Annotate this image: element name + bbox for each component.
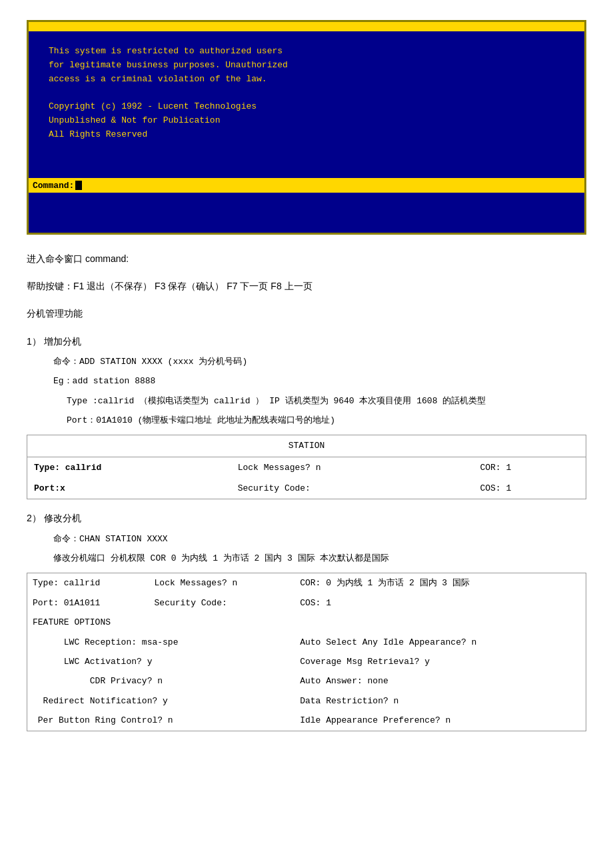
section2-number-title: 2） 修改分机 (27, 510, 586, 527)
section1-number-title: 1） 增加分机 (27, 333, 586, 350)
terminal-line-1: This system is restricted to authorized … (49, 45, 564, 59)
feature-row-per-button: Per Button Ring Control? n Idle Appearan… (27, 711, 586, 731)
intro-text: 进入命令窗口 command: (27, 251, 586, 267)
terminal-line-7: All Rights Reserved (49, 128, 564, 142)
station-table-header: STATION (27, 435, 586, 457)
terminal-line-5: Copyright (c) 1992 - Lucent Technologies (49, 100, 564, 114)
section1-cmd1: 命令：ADD STATION XXXX (xxxx 为分机号码) (27, 354, 586, 369)
terminal-body: This system is restricted to authorized … (29, 31, 584, 178)
section2: 2） 修改分机 命令：CHAN STATION XXXX 修改分机端口 分机权限… (27, 510, 586, 731)
section2-note: 修改分机端口 分机权限 COR 0 为内线 1 为市话 2 国内 3 国际 本次… (27, 551, 586, 566)
feature-row-lwc-reception: LWC Reception: msa-spe Auto Select Any I… (27, 633, 586, 652)
terminal-top-bar (29, 22, 584, 31)
feature-auto-answer: Auto Answer: none (295, 671, 586, 691)
feature-options-header-row: FEATURE OPTIONS (27, 613, 586, 632)
terminal-text: This system is restricted to authorized … (49, 45, 564, 142)
station-row-2: Port:x Security Code: COS: 1 (27, 478, 586, 499)
station-cor-cell: COR: 1 (473, 457, 586, 478)
feature-row-1: Type: callrid Lock Messages? n COR: 0 为内… (27, 573, 586, 593)
feature-cos: COS: 1 (295, 593, 586, 613)
feature-security: Security Code: (149, 593, 295, 613)
feature-redirect-label: Redirect Notification? y (27, 691, 295, 711)
section2-title: 修改分机 (44, 513, 81, 523)
station-table: STATION Type: callrid Lock Messages? n C… (27, 435, 586, 499)
feature-lwc-activation-label: LWC Activation? y (27, 652, 295, 671)
feature-row-lwc-activation: LWC Activation? y Coverage Msg Retrieval… (27, 652, 586, 671)
feature-cdr-privacy-label: CDR Privacy? n (27, 671, 295, 691)
feature-title-section: 分机管理功能 (27, 305, 586, 322)
feature-title: 分机管理功能 (27, 305, 586, 322)
terminal-cursor (75, 181, 82, 190)
station-table-header-row: STATION (27, 435, 586, 457)
feature-lock: Lock Messages? n (149, 573, 295, 593)
terminal-bottom (29, 193, 584, 233)
help-keys-section: 帮助按键：F1 退出（不保存） F3 保存（确认） F7 下一页 F8 上一页 (27, 278, 586, 295)
terminal-line-3: access is a criminal violation of the la… (49, 73, 564, 87)
terminal-line-6: Unpublished & Not for Publication (49, 114, 564, 128)
feature-table: Type: callrid Lock Messages? n COR: 0 为内… (27, 573, 586, 731)
station-type-cell: Type: callrid (27, 457, 231, 478)
feature-auto-select: Auto Select Any Idle Appearance? n (295, 633, 586, 652)
feature-data-restriction: Data Restriction? n (295, 691, 586, 711)
feature-row-2: Port: 01A1011 Security Code: COS: 1 (27, 593, 586, 613)
feature-cor: COR: 0 为内线 1 为市话 2 国内 3 国际 (295, 573, 586, 593)
intro-section: 进入命令窗口 command: (27, 251, 586, 267)
section1: 1） 增加分机 命令：ADD STATION XXXX (xxxx 为分机号码)… (27, 333, 586, 500)
feature-type: Type: callrid (27, 573, 149, 593)
section2-cmd1: 命令：CHAN STATION XXXX (27, 531, 586, 547)
command-label: Command: (33, 181, 74, 191)
section1-title: 增加分机 (44, 336, 81, 347)
help-keys-text: 帮助按键：F1 退出（不保存） F3 保存（确认） F7 下一页 F8 上一页 (27, 278, 586, 295)
section1-eg: Eg：add station 8888 (27, 373, 586, 389)
terminal-line-2: for legitimate business purposes. Unauth… (49, 59, 564, 73)
section1-port-note: Port：01A1010 (物理板卡端口地址 此地址为配线表端口号的地址) (27, 413, 586, 428)
section2-number: 2） (27, 513, 41, 523)
section1-type-note: Type :callrid （模拟电话类型为 callrid ） IP 话机类型… (27, 393, 586, 409)
feature-coverage: Coverage Msg Retrieval? y (295, 652, 586, 671)
feature-row-redirect: Redirect Notification? y Data Restrictio… (27, 691, 586, 711)
feature-per-button-label: Per Button Ring Control? n (27, 711, 295, 731)
feature-options-label: FEATURE OPTIONS (27, 613, 586, 632)
feature-port: Port: 01A1011 (27, 593, 149, 613)
terminal-window: This system is restricted to authorized … (27, 20, 586, 235)
feature-row-cdr-privacy: CDR Privacy? n Auto Answer: none (27, 671, 586, 691)
section1-number: 1） (27, 336, 41, 347)
station-port-cell: Port:x (27, 478, 231, 499)
feature-lwc-reception-label: LWC Reception: msa-spe (27, 633, 295, 652)
feature-idle-appearance: Idle Appearance Preference? n (295, 711, 586, 731)
station-lock-cell: Lock Messages? n (231, 457, 474, 478)
station-security-cell: Security Code: (231, 478, 474, 499)
terminal-command-bar: Command: (29, 178, 584, 193)
station-cos-cell: COS: 1 (473, 478, 586, 499)
station-row-1: Type: callrid Lock Messages? n COR: 1 (27, 457, 586, 478)
